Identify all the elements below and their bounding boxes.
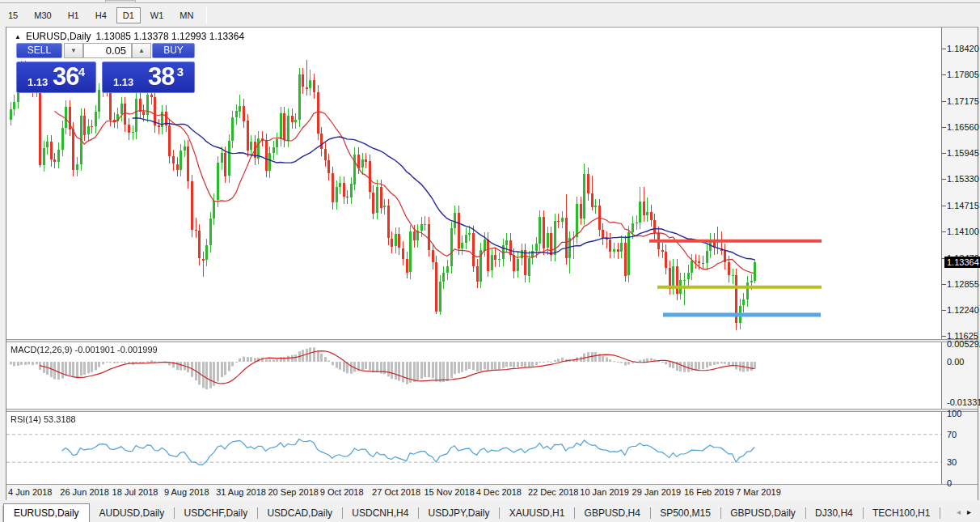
timeframe-button-mn[interactable]: MN xyxy=(173,7,200,23)
timeframe-button-15[interactable]: 15 xyxy=(2,7,24,23)
macd-axis-label: 0.005292 xyxy=(947,339,980,349)
price-tick-mark xyxy=(942,74,946,75)
date-axis[interactable]: 4 Jun 201826 Jun 201818 Jul 20189 Aug 20… xyxy=(6,485,978,501)
date-axis-label: 27 Oct 2018 xyxy=(372,487,420,497)
chart-tab-xauusd-h1[interactable]: XAUUSD,H1 xyxy=(500,505,575,522)
buy-price-prefix: 1.13 xyxy=(113,76,133,88)
date-axis-label: 31 Aug 2018 xyxy=(216,487,266,497)
chart-window: ▲ EURUSD,Daily 1.13085 1.13378 1.12993 1… xyxy=(6,27,978,500)
rsi-axis-label: 30 xyxy=(947,457,957,467)
price-tick-mark xyxy=(942,101,946,102)
chart-tab-eurusd-daily[interactable]: EURUSD,Daily xyxy=(3,503,90,522)
date-axis-label: 7 Mar 2019 xyxy=(736,487,781,497)
price-tick-mark xyxy=(942,231,946,232)
date-axis-label: 4 Dec 2018 xyxy=(476,487,522,497)
volume-increase-button[interactable]: ▲ xyxy=(132,43,151,58)
date-axis-label: 10 Jan 2019 xyxy=(580,487,629,497)
price-tick-mark xyxy=(942,153,946,154)
chart-tab-usdcnh-h4[interactable]: USDCNH,H4 xyxy=(342,505,418,522)
price-tick-label: 1.14100 xyxy=(947,227,979,236)
date-axis-label: 9 Aug 2018 xyxy=(164,487,209,497)
date-axis-label: 22 Dec 2018 xyxy=(528,487,578,497)
price-tick-label: 1.17175 xyxy=(947,96,979,106)
toolbar-separator xyxy=(206,6,207,24)
timeframe-toolbar: 15M30H1H4D1W1MN xyxy=(0,4,980,26)
buy-price-big: 38 xyxy=(148,62,174,91)
timeframe-button-d1[interactable]: D1 xyxy=(116,7,141,23)
rsi-subwindow[interactable]: RSI(14) 53.3188 xyxy=(6,412,942,484)
sell-price-big: 36 xyxy=(53,62,78,91)
macd-axis-label: -0.013317 xyxy=(947,397,980,407)
price-tick-label: 1.14715 xyxy=(947,201,979,210)
date-axis-label: 9 Oct 2018 xyxy=(320,487,364,497)
price-tick-mark xyxy=(942,206,946,206)
tab-scroll-buttons: ◂ ▸ xyxy=(949,505,978,520)
spin-down-icon: ▼ xyxy=(70,47,77,54)
chart-tab-tech100-h1[interactable]: TECH100,H1 xyxy=(863,505,940,522)
macd-axis-label: 0.00 xyxy=(947,357,964,367)
rsi-canvas[interactable] xyxy=(6,412,941,484)
macd-subwindow[interactable]: MACD(12,26,9) -0.001901 -0.001999 xyxy=(6,342,942,409)
chart-tab-gbpusd-daily[interactable]: GBPUSD,Daily xyxy=(720,505,805,522)
price-tick-label: 1.17805 xyxy=(947,70,979,79)
price-tick-mark xyxy=(942,127,946,128)
price-tick-label: 1.12240 xyxy=(947,305,979,315)
symbol-label: EURUSD,Daily xyxy=(26,31,91,42)
date-axis-label: 26 Jun 2018 xyxy=(60,487,109,497)
price-tick-mark xyxy=(942,284,946,285)
price-tick-mark xyxy=(942,310,946,311)
rsi-axis-label: 70 xyxy=(947,430,957,439)
sell-price-pip: 4 xyxy=(78,65,85,79)
buy-price-pip: 3 xyxy=(177,65,184,79)
timeframe-button-h4[interactable]: H4 xyxy=(89,7,113,23)
price-tick-label: 1.12855 xyxy=(947,279,979,289)
upper-toolbar-thumb xyxy=(105,0,136,3)
rsi-axis-label: 100 xyxy=(947,409,961,418)
spin-up-icon: ▲ xyxy=(138,47,145,54)
timeframe-button-m30[interactable]: M30 xyxy=(27,7,57,23)
chart-tab-usdcad-daily[interactable]: USDCAD,Daily xyxy=(257,505,342,522)
price-tick-mark xyxy=(942,49,946,49)
date-axis-label: 18 Jul 2018 xyxy=(112,487,158,497)
chart-tab-dj30-h4[interactable]: DJ30,H4 xyxy=(805,505,863,522)
upper-toolbar-edge xyxy=(0,0,980,3)
rsi-axis-label: 0 xyxy=(947,478,952,488)
date-axis-label: 4 Jun 2018 xyxy=(8,487,52,497)
buy-button[interactable]: BUY xyxy=(152,43,195,58)
date-axis-label: 16 Feb 2019 xyxy=(684,487,734,497)
collapse-panel-icon[interactable]: ▲ xyxy=(15,33,21,40)
sell-price-prefix: 1.13 xyxy=(27,76,48,88)
timeframe-button-h1[interactable]: H1 xyxy=(61,7,86,23)
date-axis-label: 20 Sep 2018 xyxy=(268,487,319,497)
volume-decrease-button[interactable]: ▼ xyxy=(64,43,83,58)
mt4-terminal: 15M30H1H4D1W1MN ▲ EURUSD,Daily 1.13085 1… xyxy=(0,0,980,522)
buy-price-box[interactable]: 1.13 38 3 xyxy=(102,62,195,93)
price-tick-mark xyxy=(942,336,946,337)
chart-tab-usdchf-daily[interactable]: USDCHF,Daily xyxy=(175,505,258,522)
rsi-label: RSI(14) 53.3188 xyxy=(11,414,76,424)
price-tick-label: 1.16560 xyxy=(947,122,979,132)
chart-title: ▲ EURUSD,Daily 1.13085 1.13378 1.12993 1… xyxy=(15,31,244,42)
tab-scroll-right-icon[interactable]: ▸ xyxy=(967,505,971,520)
chart-tab-sp500-m15[interactable]: SP500,M15 xyxy=(650,505,720,522)
price-tick-label: 1.15330 xyxy=(947,174,979,184)
chart-tab-usdjpy-daily[interactable]: USDJPY,Daily xyxy=(419,505,500,522)
volume-input[interactable] xyxy=(83,43,132,58)
date-axis-label: 15 Nov 2018 xyxy=(424,487,474,497)
chart-tab-bar: EURUSD,DailyAUDUSD,DailyUSDCHF,DailyUSDC… xyxy=(0,502,980,522)
chart-tab-gbpusd-h4[interactable]: GBPUSD,H4 xyxy=(575,505,650,522)
sell-button[interactable]: SELL xyxy=(16,43,62,58)
date-axis-label: 29 Jan 2019 xyxy=(632,487,682,497)
price-tick-mark xyxy=(942,179,946,180)
tab-scroll-left-icon[interactable]: ◂ xyxy=(957,505,961,520)
sell-price-box[interactable]: 1.13 36 4 xyxy=(16,62,96,93)
price-chart-area[interactable]: ▲ EURUSD,Daily 1.13085 1.13378 1.12993 1… xyxy=(6,28,942,339)
current-price-badge: 1.13364 xyxy=(944,257,980,268)
price-tick-label: 1.15945 xyxy=(947,148,979,158)
one-click-trade-panel: SELL ▼ ▲ BUY 1.13 36 4 1.13 38 3 xyxy=(11,43,195,118)
price-tick-label: 1.18420 xyxy=(947,44,979,53)
chart-tab-audusd-daily[interactable]: AUDUSD,Daily xyxy=(90,505,175,522)
macd-label: MACD(12,26,9) -0.001901 -0.001999 xyxy=(11,345,158,354)
timeframe-button-w1[interactable]: W1 xyxy=(144,7,171,23)
ohlc-values: 1.13085 1.13378 1.12993 1.13364 xyxy=(96,31,245,42)
